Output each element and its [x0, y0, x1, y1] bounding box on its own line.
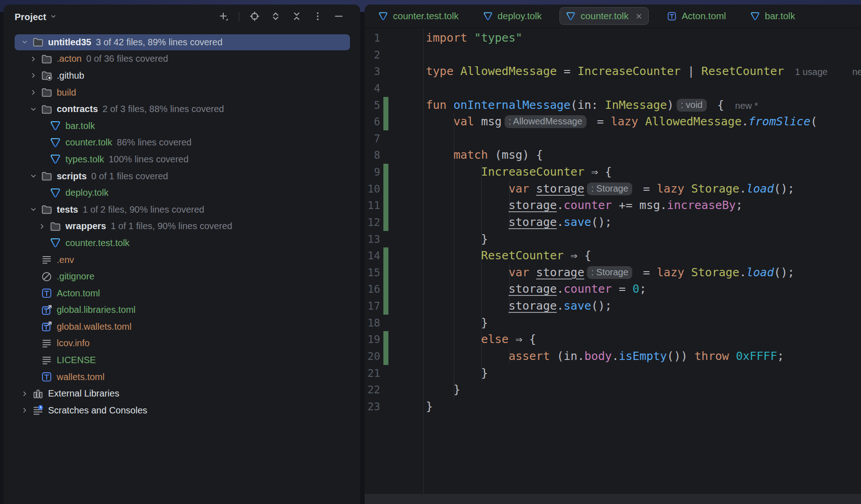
tree-row-global-wallets-toml[interactable]: global.wallets.toml: [4, 318, 360, 335]
tree-row-external-libraries[interactable]: External Libraries: [4, 385, 360, 402]
tree-item-label: build: [57, 87, 76, 98]
hide-panel-button[interactable]: [333, 11, 344, 23]
editor-tab-counter-test-tolk[interactable]: counter.test.tolk: [372, 7, 465, 25]
editor-tab-deploy-tolk[interactable]: deploy.tolk: [477, 7, 548, 25]
chevron-spacer: [35, 120, 49, 132]
kebab-icon: [312, 11, 323, 24]
code-line-13[interactable]: 13 }: [365, 231, 861, 248]
code-line-16[interactable]: 16 storage.counter = 0;: [365, 281, 861, 298]
chevron-right-icon[interactable]: [26, 70, 41, 81]
chevron-right-icon[interactable]: [17, 404, 32, 416]
code-line-12[interactable]: 12 storage.save();: [365, 214, 861, 231]
code-line-10[interactable]: 10 var storage: Storage = lazy Storage.l…: [365, 181, 861, 198]
code-line-20[interactable]: 20 assert (in.body.isEmpty()) throw 0xFF…: [365, 348, 861, 365]
editor-tab-acton-toml[interactable]: Acton.toml: [661, 7, 732, 25]
tree-row-license[interactable]: LICENSE: [4, 352, 360, 369]
tree-row--env[interactable]: .env: [4, 252, 360, 268]
code-line-9[interactable]: 9 IncreaseCounter ⇒ {: [365, 164, 861, 181]
code-line-23[interactable]: 23}: [365, 398, 861, 415]
code-line-1[interactable]: 1import "types": [365, 30, 861, 47]
line-number: 19: [365, 331, 380, 348]
tree-item-label: LICENSE: [57, 355, 96, 365]
code-line-7[interactable]: 7: [365, 130, 861, 147]
project-tree: untitled353 of 42 files, 89% lines cover…: [4, 34, 360, 419]
code-vision-hint[interactable]: new *: [735, 101, 758, 111]
new-plus-button[interactable]: [218, 11, 229, 23]
tree-row-scripts[interactable]: scripts0 of 1 files covered: [4, 168, 360, 185]
tree-row-wrappers[interactable]: wrappers1 of 1 files, 90% lines covered: [4, 218, 360, 235]
tree-row-tests[interactable]: tests1 of 2 files, 90% lines covered: [4, 201, 360, 218]
chevron-down-icon[interactable]: [26, 170, 41, 182]
chevron-right-icon[interactable]: [26, 86, 41, 98]
code-line-6[interactable]: 6 val msg: AllowedMessage = lazy Allowed…: [365, 113, 861, 130]
target-icon: [249, 11, 260, 24]
line-number: 4: [365, 80, 380, 97]
toml-icon: [41, 287, 53, 299]
code-editor[interactable]: 1import "types"23type AllowedMessage = I…: [365, 28, 861, 494]
editor-tab-counter-tolk[interactable]: counter.tolk: [560, 7, 649, 25]
chevron-right-icon[interactable]: [26, 53, 41, 65]
chevron-spacer: [35, 237, 49, 249]
lines-file-icon: [41, 254, 53, 266]
code-line-15[interactable]: 15 var storage: Storage = lazy Storage.l…: [365, 264, 861, 281]
tab-label: Acton.toml: [682, 11, 726, 21]
tree-row-scratches-and-consoles[interactable]: Scratches and Consoles: [4, 402, 360, 419]
tolk-icon: [49, 187, 61, 199]
tree-row-build[interactable]: build: [4, 84, 360, 101]
tree-row-types-tolk[interactable]: types.tolk100% lines covered: [4, 151, 360, 168]
inlay-hint-chip: : AllowedMessage: [505, 115, 587, 128]
chevron-right-icon[interactable]: [35, 220, 49, 232]
line-number: 2: [365, 47, 380, 64]
tree-row-counter-test-tolk[interactable]: counter.test.tolk: [4, 235, 360, 252]
chevron-right-icon[interactable]: [17, 388, 32, 400]
line-number: 15: [365, 264, 380, 281]
line-number: 20: [365, 348, 380, 365]
line-number: 16: [365, 281, 380, 298]
code-line-14[interactable]: 14 ResetCounter ⇒ {: [365, 247, 861, 264]
tree-row-counter-tolk[interactable]: counter.tolk86% lines covered: [4, 134, 360, 151]
code-line-19[interactable]: 19 else ⇒ {: [365, 331, 861, 348]
code-line-3[interactable]: 3type AllowedMessage = IncreaseCounter |…: [365, 63, 861, 80]
expand-all-button[interactable]: [270, 11, 281, 23]
code-line-8[interactable]: 8 match (msg) {: [365, 147, 861, 164]
code-text: }: [426, 381, 460, 398]
code-line-18[interactable]: 18 }: [365, 315, 861, 332]
more-options-button[interactable]: [312, 11, 323, 23]
code-text: assert (in.body.isEmpty()) throw 0xFFFF;: [426, 348, 784, 365]
tree-row--github[interactable]: .github: [4, 67, 360, 84]
locate-file-button[interactable]: [249, 11, 260, 23]
code-vision-hint[interactable]: 1 usage: [795, 67, 828, 77]
code-line-21[interactable]: 21 }: [365, 365, 861, 382]
chevron-down-icon[interactable]: [26, 204, 41, 215]
tree-row-deploy-tolk[interactable]: deploy.tolk: [4, 184, 360, 201]
editor-tab-bar-tolk[interactable]: bar.tolk: [744, 7, 801, 25]
project-view-selector[interactable]: Project: [15, 12, 57, 22]
code-line-11[interactable]: 11 storage.counter += msg.increaseBy;: [365, 197, 861, 214]
collapse-all-button[interactable]: [291, 11, 302, 23]
coverage-bar: [383, 331, 388, 348]
close-icon[interactable]: [635, 12, 643, 20]
tree-row-contracts[interactable]: contracts2 of 3 files, 88% lines covered: [4, 101, 360, 118]
chevron-down-icon[interactable]: [26, 103, 41, 115]
code-line-2[interactable]: 2: [365, 47, 861, 64]
code-line-5[interactable]: 5fun onInternalMessage(in: InMessage): v…: [365, 97, 861, 114]
tree-item-label: deploy.tolk: [65, 188, 108, 198]
code-line-17[interactable]: 17 storage.save();: [365, 298, 861, 315]
chevron-down-icon[interactable]: [17, 36, 32, 48]
tree-row--acton[interactable]: .acton0 of 36 files covered: [4, 51, 360, 68]
tolk-icon: [49, 137, 61, 149]
code-text: var storage: Storage = lazy Storage.load…: [426, 181, 795, 198]
chevron-spacer: [26, 254, 41, 266]
code-line-22[interactable]: 22 }: [365, 381, 861, 398]
code-line-4[interactable]: 4: [365, 80, 861, 97]
tree-row-acton-toml[interactable]: Acton.toml: [4, 285, 360, 302]
tree-row-bar-tolk[interactable]: bar.tolk: [4, 118, 360, 134]
line-number: 1: [365, 30, 380, 47]
code-vision-hint[interactable]: new *: [852, 67, 861, 77]
tree-row--gitignore[interactable]: .gitignore: [4, 268, 360, 285]
tree-row-wallets-toml[interactable]: wallets.toml: [4, 369, 360, 386]
tree-row-lcov-info[interactable]: lcov.info: [4, 335, 360, 352]
inlay-hint-chip: : Storage: [587, 182, 632, 195]
tree-row-untitled35[interactable]: untitled353 of 42 files, 89% lines cover…: [4, 34, 360, 51]
tree-row-global-libraries-toml[interactable]: global.libraries.toml: [4, 302, 360, 319]
